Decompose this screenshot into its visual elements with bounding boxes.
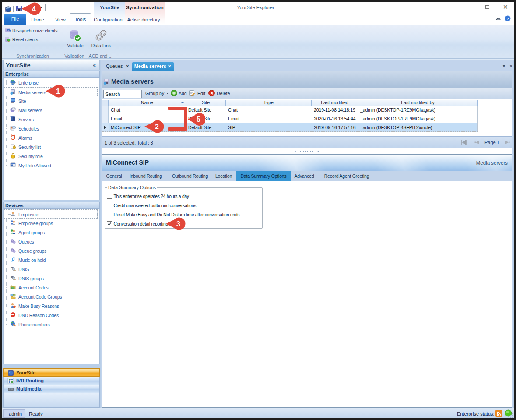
svg-text:4: 4	[32, 5, 36, 13]
svg-text:?: ?	[506, 16, 509, 21]
svg-text:2: 2	[155, 123, 159, 131]
svg-text:1: 1	[56, 88, 60, 95]
svg-text:3: 3	[176, 220, 180, 228]
svg-text:5: 5	[197, 116, 200, 123]
